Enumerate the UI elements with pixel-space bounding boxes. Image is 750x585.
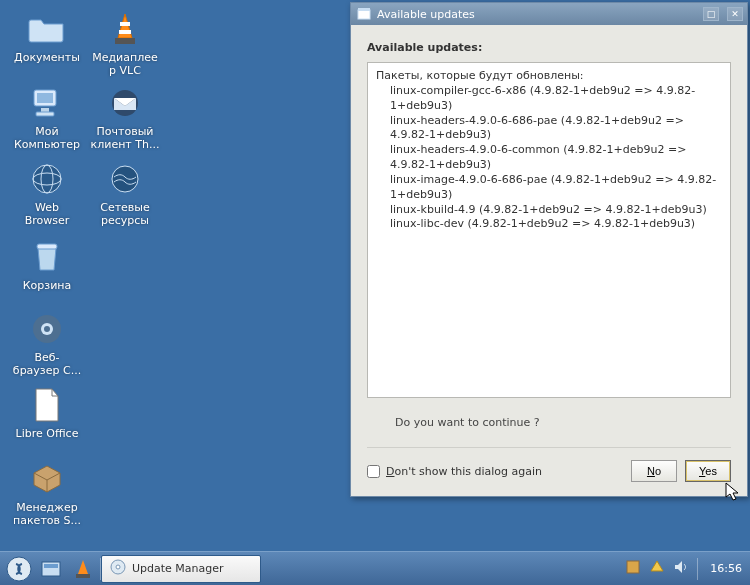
dialog-actions: Don't show this dialog again No Yes: [351, 448, 747, 496]
quicklaunch-vlc[interactable]: [68, 555, 98, 583]
desktop-icon-synaptic[interactable]: Менеджер пакетов S...: [12, 460, 82, 527]
taskbar-app-label: Update Manager: [132, 562, 224, 575]
system-tray: 16:56: [625, 558, 746, 580]
desktop-icon-label: Web Browser: [12, 202, 82, 227]
vlc-icon: [106, 10, 144, 48]
network-icon: [106, 160, 144, 198]
desktop-icon-label: Веб-браузер C...: [12, 352, 82, 377]
package-line: linux-libc-dev (4.9.82-1+deb9u2 => 4.9.8…: [376, 217, 722, 232]
dialog-app-icon: [357, 7, 371, 21]
desktop-icon-label: Мой Компьютер: [12, 126, 82, 151]
package-line: linux-image-4.9.0-6-686-pae (4.9.82-1+de…: [376, 173, 722, 203]
desktop-icon-webbrowser[interactable]: Web Browser: [12, 160, 82, 227]
svg-point-8: [33, 165, 61, 193]
desktop-icon-mail[interactable]: Почтовый клиент Th...: [90, 84, 160, 151]
desktop-icon-label: Почтовый клиент Th...: [90, 126, 160, 151]
taskbar-separator: [697, 558, 698, 580]
desktop-icon-label: Менеджер пакетов S...: [12, 502, 82, 527]
desktop-icon-vlc[interactable]: Медиаплеер VLC: [90, 10, 160, 77]
mail-icon: [106, 84, 144, 122]
package-icon: [28, 460, 66, 498]
desktop-icon-libreoffice[interactable]: Libre Office: [12, 386, 82, 441]
no-button[interactable]: No: [631, 460, 677, 482]
computer-icon: [28, 84, 66, 122]
desktop-icon-label: Libre Office: [16, 428, 79, 441]
trash-icon: [28, 238, 66, 276]
desktop-icon-label: Корзина: [23, 280, 71, 293]
svg-point-15: [44, 326, 50, 332]
svg-rect-1: [119, 30, 131, 34]
svg-rect-20: [44, 564, 58, 568]
close-button[interactable]: ✕: [727, 7, 743, 21]
globe-icon: [28, 160, 66, 198]
tray-updates-icon[interactable]: [649, 559, 665, 578]
desktop-icon-label: Сетевые ресурсы: [90, 202, 160, 227]
svg-rect-0: [120, 22, 130, 26]
dialog-body: Available updates: Пакеты, которые будут…: [351, 25, 747, 447]
dialog-title: Available updates: [377, 8, 695, 21]
taskbar: Update Manager 16:56: [0, 551, 750, 585]
packages-header: Пакеты, которые будут обновлены:: [376, 69, 722, 84]
svg-rect-4: [37, 93, 53, 103]
desktop-icon-label: Документы: [14, 52, 80, 65]
svg-rect-12: [37, 244, 57, 249]
dialog-heading: Available updates:: [367, 41, 731, 54]
dialog-titlebar[interactable]: Available updates □ ✕: [351, 3, 747, 25]
svg-rect-16: [358, 10, 370, 19]
taskbar-app-update-manager[interactable]: Update Manager: [101, 555, 261, 583]
tray-volume-icon[interactable]: [673, 559, 689, 578]
svg-point-23: [116, 565, 120, 569]
desktop-icon-computer[interactable]: Мой Компьютер: [12, 84, 82, 151]
maximize-button[interactable]: □: [703, 7, 719, 21]
dont-show-label: on't show this dialog again: [394, 465, 542, 478]
svg-rect-6: [36, 112, 54, 116]
disc-icon: [110, 559, 126, 578]
yes-button[interactable]: Yes: [685, 460, 731, 482]
package-line: linux-compiler-gcc-6-x86 (4.9.82-1+deb9u…: [376, 84, 722, 114]
svg-point-11: [112, 166, 138, 192]
dont-show-again[interactable]: Don't show this dialog again: [367, 465, 623, 478]
desktop-icon-label: Медиаплеер VLC: [90, 52, 160, 77]
package-line: linux-headers-4.9.0-6-common (4.9.82-1+d…: [376, 143, 722, 173]
svg-rect-21: [76, 574, 90, 578]
updates-listbox[interactable]: Пакеты, которые будут обновлены: linux-c…: [367, 62, 731, 398]
package-line: linux-kbuild-4.9 (4.9.82-1+deb9u2 => 4.9…: [376, 203, 722, 218]
desktop-icon-chromium[interactable]: Веб-браузер C...: [12, 310, 82, 377]
show-desktop-button[interactable]: [36, 555, 66, 583]
desktop-icon-trash[interactable]: Корзина: [12, 238, 82, 293]
desktop-icon-network[interactable]: Сетевые ресурсы: [90, 160, 160, 227]
document-icon: [28, 386, 66, 424]
available-updates-dialog: Available updates □ ✕ Available updates:…: [350, 2, 748, 497]
tray-icon[interactable]: [625, 559, 641, 578]
start-button[interactable]: [4, 555, 34, 583]
dont-show-checkbox[interactable]: [367, 465, 380, 478]
folder-icon: [28, 10, 66, 48]
desktop-icon-documents[interactable]: Документы: [12, 10, 82, 65]
svg-rect-24: [627, 561, 639, 573]
svg-rect-17: [358, 8, 370, 11]
package-line: linux-headers-4.9.0-6-686-pae (4.9.82-1+…: [376, 114, 722, 144]
clock[interactable]: 16:56: [706, 562, 746, 575]
dialog-question: Do you want to continue ?: [367, 398, 731, 447]
svg-rect-2: [115, 38, 135, 44]
chromium-icon: [28, 310, 66, 348]
svg-rect-5: [41, 108, 49, 112]
